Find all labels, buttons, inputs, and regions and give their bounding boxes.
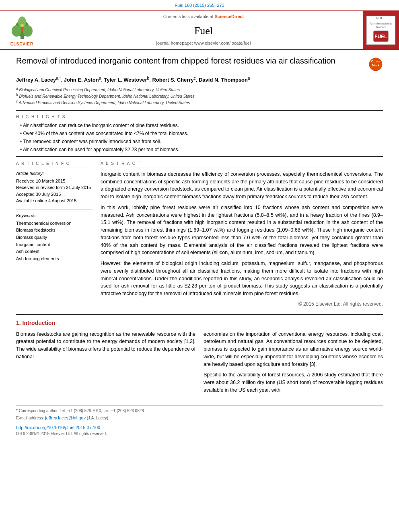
- abstract-para-1: Inorganic content in biomass decreases t…: [101, 170, 383, 201]
- abstract-label: A B S T R A C T: [101, 161, 383, 168]
- journal-ref: Fuel 160 (2015) 265–273: [175, 3, 224, 8]
- intro-para-right-1: economies on the importation of conventi…: [204, 331, 383, 368]
- fuel-logo-icon: FUEL: [373, 30, 389, 42]
- footer-area: * Corresponding author. Tel.: +1 (208) 5…: [16, 405, 383, 437]
- article-title-area: Removal of introduced inorganic content …: [16, 55, 383, 72]
- article-info-col: A R T I C L E I N F O Article history: R…: [16, 161, 93, 308]
- fuel-logo-inner: FUEL An InternationalJournal FUEL: [366, 16, 395, 45]
- author-3: Tyler L. Westover: [104, 77, 147, 83]
- introduction-heading: 1. Introduction: [16, 319, 383, 327]
- svg-rect-6: [21, 27, 23, 31]
- science-direct-label: ScienceDirect: [215, 14, 244, 19]
- journal-header: ELSEVIER Contents lists available at Sci…: [0, 10, 399, 50]
- abstract-section: A B S T R A C T Inorganic content in bio…: [101, 161, 383, 308]
- intro-right-col: economies on the importation of conventi…: [204, 331, 383, 397]
- intro-two-col: Biomass feedstocks are gaining recogniti…: [16, 331, 383, 397]
- introduction-section: 1. Introduction Biomass feedstocks are g…: [16, 314, 383, 397]
- keyword-5: Ash content: [16, 248, 93, 255]
- elsevier-label: ELSEVIER: [10, 41, 33, 47]
- email-line: E-mail address: jeffrey.lacey@inl.gov (J…: [16, 415, 383, 421]
- revised-date: Received in revised form 21 July 2015: [16, 184, 93, 191]
- svg-point-3: [23, 25, 33, 37]
- keyword-3: Biomass quality: [16, 234, 93, 241]
- email-link[interactable]: jeffrey.lacey@inl.gov: [45, 415, 86, 420]
- keywords-label: Keywords:: [16, 213, 93, 219]
- affiliation-c: c Advanced Process and Decision Systems …: [16, 99, 383, 106]
- available-date: Available online 4 August 2015: [16, 197, 93, 204]
- doi-link[interactable]: http://dx.doi.org/10.1016/j.fuel.2015.07…: [16, 425, 100, 430]
- divider-1: [16, 110, 383, 111]
- corresponding-note: * Corresponding author. Tel.: +1 (208) 5…: [16, 408, 383, 414]
- abstract-para-2: In this work, loblolly pine forest resid…: [101, 204, 383, 257]
- received-date: Received 10 March 2015: [16, 178, 93, 185]
- keyword-2: Biomass feedstocks: [16, 227, 93, 234]
- svg-text:Mark: Mark: [372, 64, 380, 67]
- contents-available-text: Contents lists available at: [163, 14, 214, 19]
- fuel-logo-box: FUEL An InternationalJournal FUEL: [363, 11, 399, 49]
- page-wrapper: Fuel 160 (2015) 265–273 ELSEVIER Content…: [0, 0, 399, 532]
- highlights-list: Air classification can reduce the inorga…: [20, 122, 383, 153]
- intro-left-col: Biomass feedstocks are gaining recogniti…: [16, 331, 195, 397]
- main-content: Removal of introduced inorganic content …: [0, 55, 399, 446]
- author-1: Jeffrey A. Lacey: [16, 77, 56, 83]
- svg-text:Cross: Cross: [371, 60, 380, 63]
- contents-line: Contents lists available at ScienceDirec…: [163, 14, 244, 20]
- author-4: Robert S. Cherry: [152, 77, 193, 83]
- highlight-item-2: Over 40% of the ash content was concentr…: [20, 130, 383, 137]
- highlights-section: H I G H L I G H T S Air classification c…: [16, 114, 383, 153]
- keyword-6: Ash forming elements: [16, 255, 93, 263]
- crossmark-badge[interactable]: Cross Mark: [368, 57, 383, 72]
- journal-homepage: journal homepage: www.elsevier.com/locat…: [156, 40, 251, 47]
- issn-line: 0016-2361/© 2015 Elsevier Ltd. All right…: [16, 431, 383, 437]
- accepted-date: Accepted 30 July 2015: [16, 191, 93, 198]
- two-col-section: A R T I C L E I N F O Article history: R…: [16, 161, 383, 308]
- history-label: Article history:: [16, 170, 93, 177]
- affiliations: a Biological and Chemical Processing Dep…: [16, 86, 383, 106]
- abstract-text: Inorganic content in biomass decreases t…: [101, 170, 383, 298]
- svg-text:FUEL: FUEL: [374, 34, 387, 39]
- highlight-item-3: The removed ash content was primarily in…: [20, 138, 383, 145]
- divider-info: [16, 209, 93, 210]
- affiliation-b: b Biofuels and Renewable Energy Technolo…: [16, 93, 383, 99]
- keywords-section: Keywords: Thermochemical conversion Biom…: [16, 213, 93, 263]
- keyword-1: Thermochemical conversion: [16, 220, 93, 227]
- svg-point-2: [12, 25, 21, 37]
- intro-para-right-2: Specific to the availability of forest r…: [204, 371, 383, 394]
- author-5: David N. Thompson: [199, 77, 248, 83]
- journal-title-big: Fuel: [194, 23, 213, 39]
- svg-point-5: [21, 24, 24, 27]
- article-info-label: A R T I C L E I N F O: [16, 161, 93, 168]
- highlight-item-4: Air classification can be used for appro…: [20, 146, 383, 153]
- top-bar: Fuel 160 (2015) 265–273: [0, 0, 399, 10]
- highlights-label: H I G H L I G H T S: [16, 114, 383, 120]
- elsevier-logo: ELSEVIER: [0, 11, 44, 49]
- intro-para-left-1: Biomass feedstocks are gaining recogniti…: [16, 331, 195, 361]
- keyword-4: Inorganic content: [16, 241, 93, 249]
- elsevier-tree-icon: [6, 16, 38, 41]
- journal-center: Contents lists available at ScienceDirec…: [44, 11, 363, 49]
- highlight-item-1: Air classification can reduce the inorga…: [20, 122, 383, 129]
- divider-2: [16, 156, 383, 157]
- affiliation-a: a Biological and Chemical Processing Dep…: [16, 86, 383, 93]
- copyright-line: © 2015 Elsevier Ltd. All rights reserved…: [101, 301, 383, 308]
- abstract-para-3: However, the elements of biological orig…: [101, 260, 383, 298]
- article-title: Removal of introduced inorganic content …: [16, 55, 368, 66]
- authors-line: Jeffrey A. Laceya,*, John E. Astona, Tyl…: [16, 76, 383, 84]
- email-label: E-mail address:: [16, 416, 44, 420]
- article-info-section: A R T I C L E I N F O Article history: R…: [16, 161, 93, 204]
- author-2: John E. Aston: [64, 77, 99, 83]
- doi-line: http://dx.doi.org/10.1016/j.fuel.2015.07…: [16, 425, 383, 431]
- crossmark-icon: Cross Mark: [368, 57, 383, 72]
- email-suffix: (J.A. Lacey).: [87, 416, 109, 420]
